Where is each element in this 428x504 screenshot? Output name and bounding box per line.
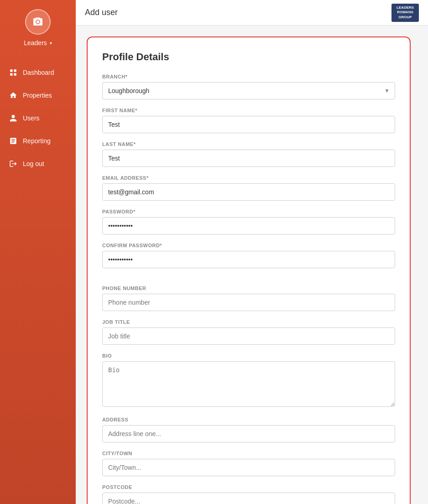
first-name-input[interactable] — [102, 116, 395, 133]
job-title-label: JOB TITLE — [102, 319, 395, 325]
postcode-input[interactable] — [102, 493, 395, 504]
branch-select[interactable]: Loughborough Leicester Nottingham — [102, 82, 395, 99]
phone-input[interactable] — [102, 294, 395, 311]
email-label: EMAIL ADDRESS* — [102, 175, 395, 181]
branch-field-group: BRANCH* Loughborough Leicester Nottingha… — [102, 74, 395, 99]
svg-rect-3 — [14, 73, 16, 76]
sidebar: Leaders ▾ Dashboard Properties Users — [0, 0, 76, 504]
phone-label: PHONE NUMBER — [102, 286, 395, 291]
phone-field-group: PHONE NUMBER — [102, 286, 395, 311]
user-icon — [9, 114, 17, 122]
user-label[interactable]: Leaders ▾ — [24, 39, 52, 47]
topbar-title: Add user — [85, 8, 118, 17]
topbar: Add user LEADERSROMANSGROUP — [76, 0, 428, 26]
sidebar-item-dashboard[interactable]: Dashboard — [0, 62, 76, 83]
postcode-field-group: POSTCODE — [102, 484, 395, 504]
sidebar-nav: Dashboard Properties Users Reporting — [0, 62, 76, 174]
branch-select-wrapper: Loughborough Leicester Nottingham — [102, 82, 395, 99]
grid-icon — [9, 68, 17, 77]
main-content: Profile Details BRANCH* Loughborough Lei… — [76, 26, 428, 504]
password-field-group: PASSWORD* — [102, 209, 395, 234]
sidebar-item-dashboard-label: Dashboard — [23, 69, 54, 76]
city-field-group: CITY/TOWN — [102, 451, 395, 476]
bio-textarea[interactable] — [102, 361, 395, 407]
chart-icon — [9, 137, 17, 145]
svg-rect-2 — [10, 73, 12, 76]
bio-field-group: BIO — [102, 353, 395, 409]
last-name-field-group: LAST NAME* — [102, 141, 395, 167]
sidebar-item-properties-label: Properties — [23, 92, 52, 99]
topbar-logo-text: LEADERSROMANSGROUP — [397, 5, 414, 20]
email-input[interactable] — [102, 183, 395, 201]
profile-form-card: Profile Details BRANCH* Loughborough Lei… — [87, 36, 411, 504]
home-icon — [9, 91, 17, 99]
city-input[interactable] — [102, 459, 395, 476]
email-field-group: EMAIL ADDRESS* — [102, 175, 395, 201]
svg-rect-0 — [10, 69, 12, 72]
address-input[interactable] — [102, 425, 395, 442]
sidebar-item-users[interactable]: Users — [0, 108, 76, 129]
confirm-password-input[interactable] — [102, 251, 395, 268]
sidebar-item-reporting[interactable]: Reporting — [0, 130, 76, 151]
job-title-input[interactable] — [102, 327, 395, 345]
sidebar-item-logout-label: Log out — [23, 160, 44, 167]
last-name-input[interactable] — [102, 150, 395, 167]
logout-icon — [9, 160, 17, 168]
first-name-field-group: FIRST NAME* — [102, 108, 395, 133]
avatar[interactable] — [25, 9, 51, 35]
sidebar-item-reporting-label: Reporting — [23, 137, 51, 145]
confirm-password-field-group: CONFIRM PASSWORD* — [102, 243, 395, 268]
first-name-label: FIRST NAME* — [102, 108, 395, 113]
form-title: Profile Details — [102, 51, 395, 63]
sidebar-item-users-label: Users — [23, 114, 40, 122]
topbar-logo: LEADERSROMANSGROUP — [391, 4, 419, 22]
sidebar-logo-area: Leaders ▾ — [0, 9, 76, 47]
city-label: CITY/TOWN — [102, 451, 395, 456]
password-label: PASSWORD* — [102, 209, 395, 214]
last-name-label: LAST NAME* — [102, 141, 395, 147]
sidebar-item-properties[interactable]: Properties — [0, 85, 76, 106]
chevron-down-icon: ▾ — [50, 41, 52, 46]
job-title-field-group: JOB TITLE — [102, 319, 395, 345]
svg-rect-1 — [14, 69, 16, 72]
divider — [102, 276, 395, 286]
sidebar-item-logout[interactable]: Log out — [0, 153, 76, 174]
user-name: Leaders — [24, 39, 47, 47]
password-input[interactable] — [102, 217, 395, 234]
bio-label: BIO — [102, 353, 395, 359]
camera-icon — [32, 16, 43, 27]
address-label: ADDRESS — [102, 417, 395, 422]
postcode-label: POSTCODE — [102, 484, 395, 490]
confirm-password-label: CONFIRM PASSWORD* — [102, 243, 395, 248]
address-field-group: ADDRESS — [102, 417, 395, 442]
branch-label: BRANCH* — [102, 74, 395, 79]
